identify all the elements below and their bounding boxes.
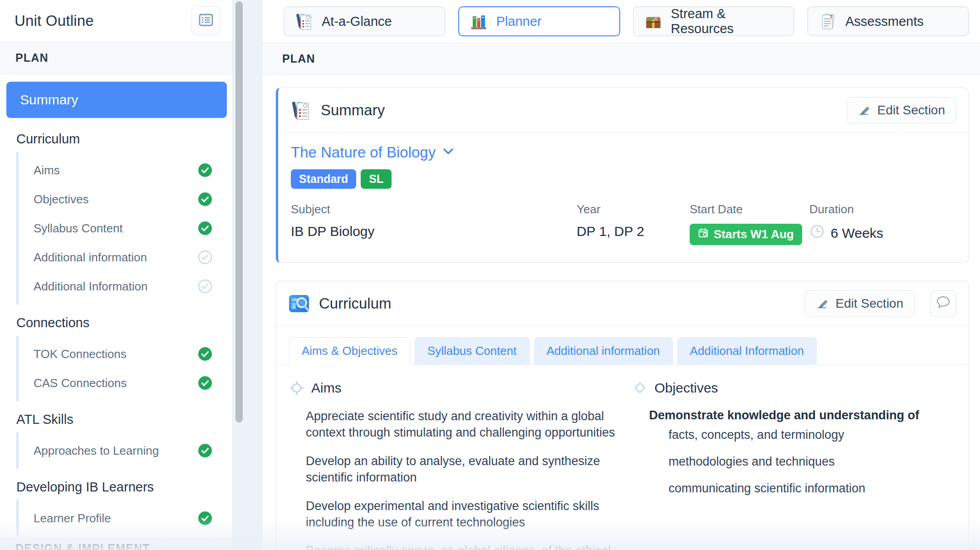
- sidebar-header: Unit Outline: [0, 0, 232, 42]
- check-icon: [198, 163, 212, 177]
- tab-label: Additional information: [547, 344, 660, 358]
- check-icon: [198, 376, 212, 390]
- check-icon: [198, 192, 212, 206]
- curriculum-card: Curriculum Edit Section Aims & Objective…: [276, 281, 969, 550]
- sidebar-item-label: TOK Connections: [34, 347, 127, 361]
- sidebar-item-objectives[interactable]: Objectives: [34, 185, 232, 214]
- standard-badge: Standard: [291, 169, 356, 189]
- sidebar-subgroup: Approaches to Learning: [16, 432, 232, 469]
- outline-list-icon: [198, 12, 214, 30]
- tab-label: Planner: [496, 14, 542, 29]
- check-icon: [198, 347, 212, 361]
- outline-toggle-button[interactable]: [191, 6, 220, 35]
- chevron-down-icon: [443, 148, 454, 157]
- objectives-item: communicating scientific information: [669, 481, 956, 496]
- sidebar-subgroup: Learner Profile: [16, 500, 232, 536]
- tab-additional-information-2[interactable]: Additional Information: [677, 337, 817, 364]
- pencil-icon: [858, 102, 872, 119]
- aims-target-icon: [289, 380, 304, 396]
- sidebar-item-label: Aims: [34, 163, 60, 177]
- aims-item: Develop experimental and investigative s…: [306, 498, 632, 531]
- start-date-badge: Starts W1 Aug: [690, 224, 802, 245]
- unit-title-dropdown[interactable]: The Nature of Biology: [291, 144, 956, 161]
- check-icon: [198, 250, 212, 265]
- sidebar-item-label: Approaches to Learning: [34, 444, 159, 458]
- sidebar-section-plan: PLAN: [0, 42, 232, 74]
- sidebar-item-approaches-to-learning[interactable]: Approaches to Learning: [34, 436, 232, 465]
- tab-stream-resources[interactable]: Stream & Resources: [633, 6, 795, 36]
- sidebar-item-label: CAS Connections: [34, 376, 127, 390]
- tab-aims-objectives[interactable]: Aims & Objectives: [289, 337, 410, 365]
- tab-at-a-glance[interactable]: At-a-Glance: [284, 6, 446, 36]
- tab-syllabus-content[interactable]: Syllabus Content: [415, 337, 529, 364]
- clock-icon: [809, 224, 825, 242]
- sidebar-item-summary[interactable]: Summary: [6, 82, 227, 118]
- field-year: Year DP 1, DP 2: [577, 202, 690, 245]
- tab-label: Additional Information: [690, 344, 804, 358]
- sidebar-group-connections: Connections: [6, 304, 232, 336]
- sidebar-nav: Summary Curriculum Aims Objectives Sylla…: [0, 74, 232, 536]
- tab-label: Aims & Objectives: [302, 344, 397, 358]
- comment-icon: [936, 295, 951, 313]
- curriculum-tabstrip: Aims & Objectives Syllabus Content Addit…: [276, 326, 968, 365]
- objectives-diamond-icon: [632, 380, 648, 396]
- duration-value: 6 Weeks: [809, 224, 956, 242]
- field-subject: Subject IB DP Biology: [291, 202, 577, 245]
- comment-button[interactable]: [930, 290, 956, 317]
- field-label: Year: [577, 202, 690, 216]
- tab-planner[interactable]: Planner: [458, 6, 620, 36]
- sidebar-subgroup: TOK Connections CAS Connections: [16, 336, 232, 401]
- plan-content: Summary Edit Section The Nature of Biolo…: [262, 75, 980, 550]
- sidebar-item-additional-information-2[interactable]: Additional Information: [34, 272, 232, 301]
- unit-title: The Nature of Biology: [291, 144, 436, 161]
- sidebar-item-label: Objectives: [34, 192, 88, 206]
- unit-badges: Standard SL: [291, 169, 956, 189]
- sidebar-subgroup: Aims Objectives Syllabus Content Additio…: [16, 152, 232, 304]
- field-value: IB DP Biology: [291, 224, 577, 239]
- objectives-heading: Objectives: [655, 380, 718, 396]
- objectives-lead: Demonstrate knowledge and understanding …: [649, 408, 956, 422]
- sidebar-item-label: Additional Information: [34, 280, 147, 294]
- summary-card-header: Summary Edit Section: [278, 88, 968, 133]
- edit-section-button[interactable]: Edit Section: [805, 290, 915, 317]
- aims-column: Aims Appreciate scientific study and cre…: [289, 380, 632, 550]
- notepad-icon: [818, 12, 837, 31]
- field-start-date: Start Date Starts W1 Aug: [690, 202, 809, 245]
- field-label: Start Date: [690, 202, 809, 216]
- unit-outline-sidebar: Unit Outline PLAN Summary Curriculum Aim…: [0, 0, 233, 550]
- edit-section-button[interactable]: Edit Section: [847, 97, 956, 123]
- tab-label: Stream & Resources: [671, 6, 784, 36]
- field-label: Duration: [809, 202, 956, 216]
- books-icon: [469, 12, 488, 31]
- tab-additional-information-1[interactable]: Additional information: [534, 337, 673, 364]
- sidebar-item-aims[interactable]: Aims: [34, 156, 232, 185]
- sidebar-item-label: Learner Profile: [34, 511, 111, 525]
- edit-section-label: Edit Section: [836, 296, 903, 311]
- tab-assessments[interactable]: Assessments: [807, 6, 969, 36]
- unit-fields: Subject IB DP Biology Year DP 1, DP 2 St…: [291, 202, 956, 245]
- clipboard-icon: [290, 99, 312, 121]
- aims-item: Appreciate scientific study and creativi…: [306, 408, 632, 441]
- sidebar-title: Unit Outline: [15, 12, 94, 29]
- edit-section-label: Edit Section: [877, 103, 945, 118]
- sidebar-item-syllabus-content[interactable]: Syllabus Content: [34, 214, 232, 243]
- tab-label: Assessments: [845, 14, 923, 29]
- field-value: DP 1, DP 2: [577, 224, 690, 239]
- duration-text: 6 Weeks: [831, 226, 883, 241]
- objectives-column: Objectives Demonstrate knowledge and und…: [632, 380, 956, 550]
- sidebar-item-tok-connections[interactable]: TOK Connections: [34, 339, 232, 368]
- summary-card-body: The Nature of Biology Standard SL Subjec…: [278, 133, 968, 262]
- aims-heading: Aims: [311, 380, 342, 396]
- clipboard-icon: [294, 12, 314, 31]
- sidebar-item-learner-profile[interactable]: Learner Profile: [34, 504, 232, 533]
- check-icon: [198, 443, 212, 458]
- summary-card: Summary Edit Section The Nature of Biolo…: [276, 88, 969, 263]
- sidebar-group-curriculum: Curriculum: [6, 121, 232, 152]
- check-icon: [198, 221, 212, 236]
- pencil-icon: [816, 295, 830, 312]
- sl-badge: SL: [361, 169, 392, 189]
- aims-objectives-panel: Aims Appreciate scientific study and cre…: [276, 365, 968, 550]
- sidebar-item-cas-connections[interactable]: CAS Connections: [34, 368, 232, 398]
- sidebar-item-additional-information-1[interactable]: Additional information: [34, 243, 232, 272]
- sidebar-scrollbar[interactable]: [235, 1, 243, 422]
